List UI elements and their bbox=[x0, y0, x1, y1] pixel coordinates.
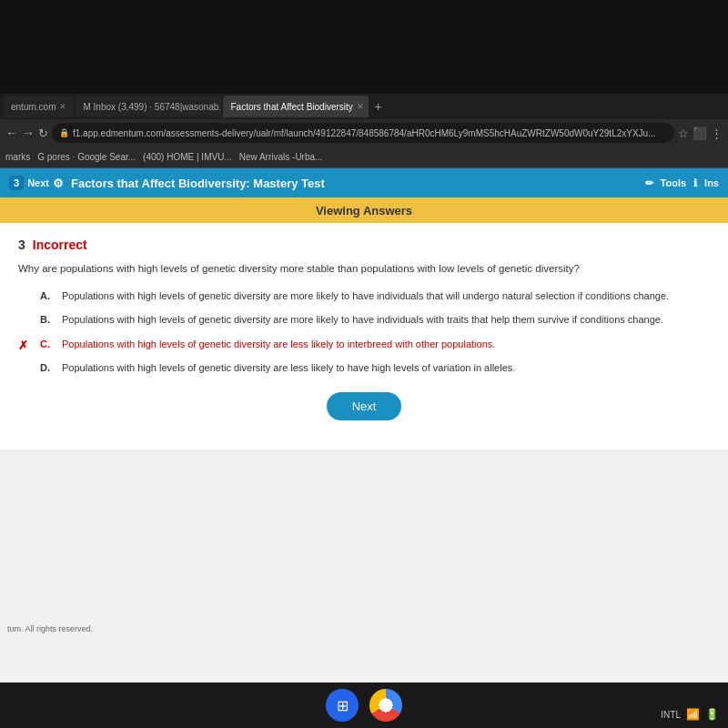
address-bar-row: ← → ↻ 🔒 f1.app.edmentum.com/assessments-… bbox=[0, 119, 728, 147]
next-button[interactable]: Next bbox=[327, 392, 402, 420]
chrome-icon[interactable] bbox=[369, 689, 402, 722]
refresh-button[interactable]: ↻ bbox=[38, 126, 48, 140]
bookmark-google[interactable]: G pores · Google Sear... bbox=[37, 152, 136, 162]
header-right: ✏ Tools ℹ Ins bbox=[645, 177, 719, 189]
nav-next-label[interactable]: Next bbox=[27, 177, 49, 188]
option-d: D. Populations with high levels of genet… bbox=[18, 361, 710, 378]
option-d-letter: D. bbox=[40, 361, 55, 375]
answer-options: A. Populations with high levels of genet… bbox=[18, 289, 710, 378]
taskbar: ⊞ INTL 📶 🔋 bbox=[0, 682, 728, 728]
option-d-marker bbox=[18, 361, 33, 378]
option-c-text: Populations with high levels of genetic … bbox=[62, 338, 710, 351]
option-b-marker bbox=[18, 313, 33, 329]
info-label[interactable]: Ins bbox=[704, 177, 719, 188]
option-c: ✗ C. Populations with high levels of gen… bbox=[18, 338, 710, 354]
option-a-text: Populations with high levels of genetic … bbox=[62, 289, 710, 303]
question-number-row: 3 Incorrect bbox=[18, 238, 710, 252]
tab-label: entum.com bbox=[11, 102, 56, 112]
extensions-icon[interactable]: ⬛ bbox=[693, 126, 707, 140]
tab-close-icon[interactable]: ✕ bbox=[357, 102, 364, 111]
option-b: B. Populations with high levels of genet… bbox=[18, 313, 710, 329]
option-c-marker: ✗ bbox=[18, 338, 33, 354]
windows-icon[interactable]: ⊞ bbox=[326, 689, 359, 722]
info-icon[interactable]: ℹ bbox=[693, 177, 697, 189]
option-a-marker bbox=[18, 289, 33, 306]
bookmark-home[interactable]: (400) HOME | IMVU... bbox=[143, 152, 232, 162]
top-bezel: entum.com ✕ M Inbox (3,499) · 56748|waso… bbox=[0, 0, 728, 168]
question-number: 3 bbox=[18, 238, 25, 252]
tab-label: Factors that Affect Biodiversity bbox=[230, 102, 352, 112]
viewing-answers-bar: Viewing Answers bbox=[0, 197, 728, 223]
tools-label[interactable]: Tools bbox=[661, 177, 687, 188]
tab-edmentum[interactable]: entum.com ✕ bbox=[4, 96, 74, 117]
bookmarks-bar: marks G pores · Google Sear... (400) HOM… bbox=[0, 147, 728, 168]
address-bar[interactable]: 🔒 f1.app.edmentum.com/assessments-delive… bbox=[52, 123, 674, 143]
app-header: 3 Next ⚙ Factors that Affect Biodiversit… bbox=[0, 168, 728, 197]
tab-label: M Inbox (3,499) · 56748|wasonab... bbox=[83, 102, 221, 112]
menu-icon[interactable]: ⋮ bbox=[711, 126, 723, 140]
forward-button[interactable]: → bbox=[22, 126, 35, 140]
lock-icon: 🔒 bbox=[59, 128, 69, 137]
incorrect-label: Incorrect bbox=[33, 238, 87, 252]
option-b-letter: B. bbox=[40, 313, 55, 327]
question-area: 3 Incorrect Why are populations with hig… bbox=[0, 223, 728, 450]
nav-number: 3 bbox=[9, 176, 24, 190]
option-c-letter: C. bbox=[40, 338, 55, 351]
viewing-answers-text: Viewing Answers bbox=[316, 204, 412, 217]
tab-biodiversity[interactable]: Factors that Affect Biodiversity ✕ bbox=[223, 96, 369, 117]
tab-close-icon[interactable]: ✕ bbox=[59, 102, 66, 111]
wifi-icon: 📶 bbox=[686, 708, 700, 721]
bookmark-arrivals[interactable]: New Arrivals -Urba... bbox=[239, 152, 323, 162]
copyright-text: tum. All rights reserved. bbox=[7, 624, 93, 633]
nav-controls: 3 Next ⚙ bbox=[9, 176, 64, 190]
tab-bar: entum.com ✕ M Inbox (3,499) · 56748|waso… bbox=[0, 94, 728, 119]
question-text: Why are populations with high levels of … bbox=[18, 261, 710, 277]
back-button[interactable]: ← bbox=[5, 126, 18, 140]
footer-bar: tum. All rights reserved. bbox=[0, 621, 728, 637]
system-tray: INTL 📶 🔋 bbox=[661, 708, 719, 721]
bookmark-marks[interactable]: marks bbox=[5, 152, 30, 162]
app-title: Factors that Affect Biodiversity: Master… bbox=[71, 177, 325, 190]
option-d-text: Populations with high levels of genetic … bbox=[62, 361, 710, 375]
battery-icon: 🔋 bbox=[705, 708, 719, 721]
tools-icon[interactable]: ✏ bbox=[645, 177, 653, 189]
browser-chrome: entum.com ✕ M Inbox (3,499) · 56748|waso… bbox=[0, 94, 728, 168]
option-a-letter: A. bbox=[40, 289, 55, 303]
option-b-text: Populations with high levels of genetic … bbox=[62, 313, 710, 327]
intl-label: INTL bbox=[661, 710, 681, 720]
header-left: 3 Next ⚙ bbox=[9, 176, 64, 190]
main-content: 3 Next ⚙ Factors that Affect Biodiversit… bbox=[0, 168, 728, 682]
option-a: A. Populations with high levels of genet… bbox=[18, 289, 710, 306]
address-text: f1.app.edmentum.com/assessments-delivery… bbox=[73, 128, 656, 138]
new-tab-button[interactable]: + bbox=[374, 99, 381, 114]
star-icon[interactable]: ☆ bbox=[678, 126, 689, 140]
nav-settings-icon[interactable]: ⚙ bbox=[53, 177, 64, 190]
tab-inbox[interactable]: M Inbox (3,499) · 56748|wasonab... ✕ bbox=[76, 96, 221, 117]
